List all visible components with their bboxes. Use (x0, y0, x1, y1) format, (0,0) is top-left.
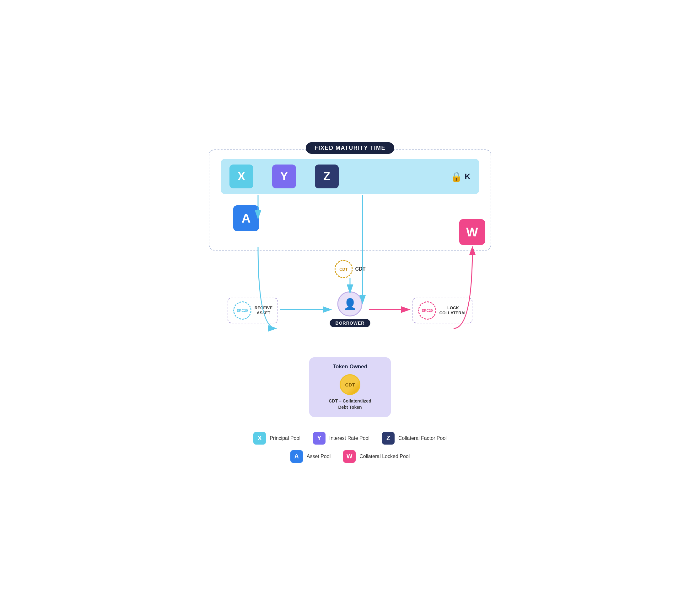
legend-box-a: A (290, 450, 303, 463)
cdt-coin: CDT (334, 260, 353, 278)
legend-row-2: A Asset Pool W Collateral Locked Pool (290, 450, 410, 463)
receive-asset-label: RECEIVEASSET (255, 306, 273, 316)
legend-item-a: A Asset Pool (290, 450, 330, 463)
cdt-row: CDT CDT (334, 260, 366, 278)
lock-icon: 🔒 (450, 171, 462, 182)
borrower-label: BORROWER (330, 319, 370, 327)
pool-x-box: X (229, 165, 253, 188)
legend-item-w: W Collateral Locked Pool (343, 450, 410, 463)
pool-row: X Y Z 🔒 K (221, 159, 479, 194)
lock-collateral-text: LOCKCOLLATERAL (440, 306, 467, 316)
pool-w-box: W (459, 219, 485, 245)
erc20-receive-coin: ERC20 (233, 301, 251, 320)
cdt-label: CDT (355, 266, 366, 272)
legend-box-w: W (343, 450, 356, 463)
erc20-lock-coin: ERC20 (418, 301, 436, 320)
legend-text-y: Interest Rate Pool (329, 435, 370, 441)
pool-y-box: Y (272, 165, 296, 188)
legend-text-w: Collateral Locked Pool (359, 454, 410, 459)
legend: X Principal Pool Y Interest Rate Pool Z … (209, 432, 491, 463)
outer-relative-wrap: W CDT CDT (209, 260, 491, 417)
token-owned-box: Token Owned CDT CDT – CollateralizedDebt… (309, 357, 391, 417)
lock-k-group: 🔒 K (450, 171, 471, 182)
lock-collateral-label: LOCKCOLLATERAL (440, 306, 467, 316)
legend-row-1: X Principal Pool Y Interest Rate Pool Z … (253, 432, 447, 444)
legend-item-y: Y Interest Rate Pool (313, 432, 370, 444)
pool-a-inner-wrap: A (224, 205, 479, 231)
fixed-maturity-badge: FIXED MATURITY TIME (306, 142, 394, 154)
pool-a-box: A (233, 205, 259, 231)
legend-box-x: X (253, 432, 266, 444)
main-layout: X Y Z 🔒 K A (209, 149, 491, 417)
outer-dashed-box: X Y Z 🔒 K A (209, 149, 491, 250)
legend-item-z: Z Collateral Factor Pool (382, 432, 447, 444)
fixed-maturity-label-wrap: FIXED MATURITY TIME (209, 142, 491, 154)
pool-w-outer: W (459, 219, 488, 245)
lock-collateral-box: ERC20 LOCKCOLLATERAL (412, 298, 472, 323)
token-owned-desc: CDT – CollateralizedDebt Token (321, 398, 379, 410)
legend-text-x: Principal Pool (270, 435, 300, 441)
borrower-circle: 👤 (338, 291, 362, 316)
cdt-coin-large: CDT (340, 374, 360, 395)
legend-item-x: X Principal Pool (253, 432, 300, 444)
legend-box-y: Y (313, 432, 326, 444)
diagram-container: FIXED MATURITY TIME X Y Z (209, 142, 491, 462)
legend-text-a: Asset Pool (307, 454, 330, 459)
lock-collateral-group: ERC20 LOCKCOLLATERAL (412, 298, 472, 323)
cdt-group: CDT CDT (334, 260, 366, 278)
token-owned-wrap: Token Owned CDT CDT – CollateralizedDebt… (209, 348, 491, 417)
receive-asset-group: ERC20 RECEIVEASSET (228, 298, 278, 323)
legend-box-z: Z (382, 432, 395, 444)
receive-asset-text: RECEIVEASSET (255, 306, 273, 316)
token-owned-title: Token Owned (321, 364, 379, 370)
legend-text-z: Collateral Factor Pool (398, 435, 447, 441)
person-icon: 👤 (343, 298, 357, 310)
pool-row-left: X Y Z (229, 165, 339, 188)
pool-z-box: Z (315, 165, 339, 188)
middle-area: CDT CDT ERC20 RECEIVEASSET (209, 260, 491, 342)
borrower-group: 👤 BORROWER (330, 291, 370, 327)
receive-asset-box: ERC20 RECEIVEASSET (228, 298, 278, 323)
